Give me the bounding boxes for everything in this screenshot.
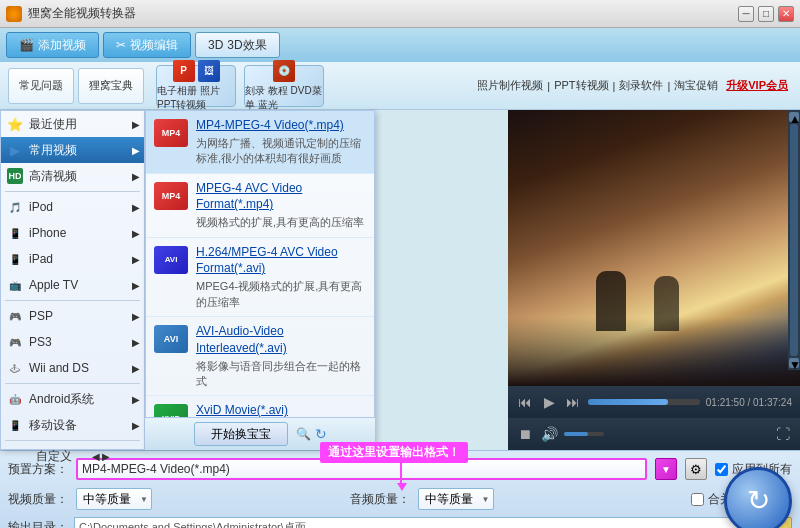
format-desc-mpeg4: 视频格式的扩展,具有更高的压缩率 (196, 215, 366, 230)
format-item-h264[interactable]: AVI H.264/MPEG-4 AVC Video Format(*.avi)… (146, 238, 374, 317)
format-title-mpeg4[interactable]: MPEG-4 AVC Video Format(*.mp4) (196, 180, 366, 214)
audio-quality-select[interactable]: 中等质量 (418, 488, 494, 510)
menu-item-ps3[interactable]: 🎮 PS3 ▶ (1, 329, 144, 355)
scroll-down-btn[interactable]: ▼ (789, 358, 799, 368)
arrow-icon-ps3: ▶ (132, 337, 140, 348)
photo-video-link[interactable]: 照片制作视频 (477, 78, 543, 93)
volume-area (564, 432, 604, 436)
preset-select[interactable]: MP4-MPEG-4 Video(*.mp4) (76, 458, 647, 480)
iphone-icon: 📱 (7, 225, 23, 241)
appletv-icon: 📺 (7, 277, 23, 293)
common-icon: ▶ (7, 142, 23, 158)
format-title-h264[interactable]: H.264/MPEG-4 AVC Video Format(*.avi) (196, 244, 366, 278)
start-convert-btn[interactable]: 开始换宝宝 (194, 422, 288, 446)
video-bottom-gradient (508, 317, 800, 386)
custom-arrows: ◀ ▶ (92, 451, 110, 462)
menu-item-ipod[interactable]: 🎵 iPod ▶ (1, 194, 144, 220)
menu-divider4 (5, 440, 140, 441)
minimize-btn[interactable]: ─ (738, 6, 754, 22)
title-bar: 狸窝全能视频转换器 ─ □ ✕ (0, 0, 800, 28)
search-icon: 🔍 (296, 427, 311, 441)
badge-mpeg4: MP4 (154, 182, 188, 210)
menu-item-custom[interactable]: 自定义 ◀ ▶ (1, 443, 144, 469)
arrow-icon-psp: ▶ (132, 311, 140, 322)
format-item-mpeg4[interactable]: MP4 MPEG-4 AVC Video Format(*.mp4) 视频格式的… (146, 174, 374, 238)
photo-icon: 🖼 (198, 60, 220, 82)
maximize-btn[interactable]: □ (758, 6, 774, 22)
apply-all-checkbox[interactable] (715, 463, 728, 476)
badge-avi: AVI (154, 325, 188, 353)
menu-item-appletv[interactable]: 📺 Apple TV ▶ (1, 272, 144, 298)
menu-item-hd[interactable]: HD 高清视频 ▶ (1, 163, 144, 189)
album-btn[interactable]: P 🖼 电子相册 照片 PPT转视频 (156, 65, 236, 107)
menu-item-common[interactable]: ▶ 常用视频 ▶ (1, 137, 144, 163)
menu-item-wii[interactable]: 🕹 Wii and DS ▶ (1, 355, 144, 381)
mute-btn[interactable]: 🔊 (540, 426, 558, 442)
volume-bar[interactable] (564, 432, 604, 436)
play-btn[interactable]: ▶ (540, 394, 558, 410)
app-icon (6, 6, 22, 22)
arrow-icon-iphone: ▶ (132, 228, 140, 239)
menu-item-psp[interactable]: 🎮 PSP ▶ (1, 303, 144, 329)
title-bar-left: 狸窝全能视频转换器 (6, 5, 136, 22)
video-scrollbar[interactable]: ▲ ▼ (788, 110, 800, 370)
start-bar: 开始换宝宝 🔍 ↻ (145, 417, 375, 450)
more-icon: 📱 (7, 417, 23, 433)
3d-icon: 3D (208, 38, 223, 52)
close-btn[interactable]: ✕ (778, 6, 794, 22)
badge-mp4: MP4 (154, 119, 188, 147)
merge-one-checkbox[interactable] (691, 493, 704, 506)
arrow-icon-ipod: ▶ (132, 202, 140, 213)
vip-link[interactable]: 升级VIP会员 (726, 78, 788, 93)
convert-btn[interactable]: ↻ (724, 467, 792, 528)
arrow-icon-hd: ▶ (132, 171, 140, 182)
menu-item-android[interactable]: 🤖 Android系统 ▶ (1, 386, 144, 412)
format-item-avi[interactable]: AVI AVI-Audio-Video Interleaved(*.avi) 将… (146, 317, 374, 396)
ppt-convert-link[interactable]: PPT转视频 (554, 78, 608, 93)
stop-btn[interactable]: ⏹ (516, 426, 534, 442)
liwozhai-btn[interactable]: 狸窝宝典 (78, 68, 144, 104)
menu-item-ipad[interactable]: 📱 iPad ▶ (1, 246, 144, 272)
settings-btn[interactable]: ⚙ (685, 458, 707, 480)
format-title-mp4[interactable]: MP4-MPEG-4 Video(*.mp4) (196, 117, 366, 134)
output-path-input[interactable] (74, 517, 764, 528)
title-controls[interactable]: ─ □ ✕ (738, 6, 794, 22)
3d-effect-btn[interactable]: 3D 3D效果 (195, 32, 280, 58)
video-panel: ▲ ▼ ⏮ ▶ ⏭ 01:21:50 / 01:37:24 ⏹ 🔊 (508, 110, 800, 450)
scroll-up-btn[interactable]: ▲ (789, 112, 799, 122)
arrow-icon-common: ▶ (132, 145, 140, 156)
add-icon: 🎬 (19, 38, 34, 52)
video-edit-btn[interactable]: ✂ 视频编辑 (103, 32, 191, 58)
format-item-mp4[interactable]: MP4 MP4-MPEG-4 Video(*.mp4) 为网络广播、视频通讯定制… (146, 111, 374, 174)
arrow-icon-appletv: ▶ (132, 280, 140, 291)
faq-btn[interactable]: 常见问题 (8, 68, 74, 104)
menu-level1: ⭐ 最近使用 ▶ ▶ 常用视频 ▶ HD 高清视频 ▶ 🎵 iPod ▶ 📱 (0, 110, 145, 450)
menu-divider3 (5, 383, 140, 384)
pink-dropdown-btn[interactable]: ▼ (655, 458, 677, 480)
main-area: 名称 ✓ 初志远… 📝 无可用字幕 ⭐ 最近使用 ▶ ▶ (0, 110, 800, 450)
format-title-avi[interactable]: AVI-Audio-Video Interleaved(*.avi) (196, 323, 366, 357)
menu-item-iphone[interactable]: 📱 iPhone ▶ (1, 220, 144, 246)
output-label: 输出目录： (8, 519, 68, 529)
add-video-btn[interactable]: 🎬 添加视频 (6, 32, 99, 58)
skip-back-btn[interactable]: ⏮ (516, 394, 534, 410)
menu-item-recent[interactable]: ⭐ 最近使用 ▶ (1, 111, 144, 137)
taobao-link[interactable]: 淘宝促销 (674, 78, 718, 93)
refresh-icon[interactable]: ↻ (315, 426, 327, 442)
arrow-icon: ▶ (132, 119, 140, 130)
time-display: 01:21:50 / 01:37:24 (706, 397, 792, 408)
ps3-icon: 🎮 (7, 334, 23, 350)
player-controls: ⏮ ▶ ⏭ 01:21:50 / 01:37:24 (508, 386, 800, 418)
progress-bar[interactable] (588, 399, 700, 405)
menu-level2: MP4 MP4-MPEG-4 Video(*.mp4) 为网络广播、视频通讯定制… (145, 110, 375, 450)
ipad-icon: 📱 (7, 251, 23, 267)
fullscreen-btn[interactable]: ⛶ (774, 426, 792, 442)
burn-link[interactable]: 刻录软件 (619, 78, 663, 93)
burn-btn[interactable]: 💿 刻录 教程 DVD菜单 蓝光 (244, 65, 324, 107)
menu-item-more[interactable]: 📱 移动设备 ▶ (1, 412, 144, 438)
output-row: 输出目录： 📁 (8, 515, 792, 528)
video-quality-select[interactable]: 中等质量 (76, 488, 152, 510)
skip-fwd-btn[interactable]: ⏭ (564, 394, 582, 410)
format-desc-mp4: 为网络广播、视频通讯定制的压缩标准,很小的体积却有很好画质 (196, 136, 366, 167)
edit-icon: ✂ (116, 38, 126, 52)
